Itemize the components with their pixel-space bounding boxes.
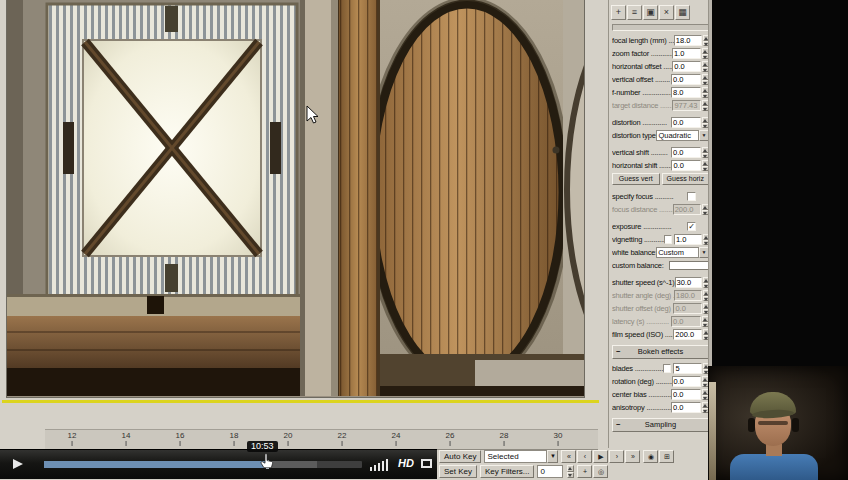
volume-bar	[382, 461, 384, 471]
rollout-header-bokeh-effects[interactable]: −Bokeh effects	[612, 345, 709, 359]
pin-stack-icon[interactable]: +	[611, 5, 626, 20]
configure-modifier-sets-icon[interactable]: ▦	[675, 5, 690, 20]
fullscreen-button[interactable]	[421, 459, 432, 468]
field-of-view-button[interactable]: ⊞	[659, 450, 674, 463]
command-panel: +≡▣×▦ focal length (mm) ......18.0zoom f…	[608, 0, 712, 448]
pan-view-button[interactable]: +	[577, 465, 592, 478]
value-field[interactable]: 1.0	[674, 234, 702, 245]
value-field[interactable]: 1.0	[672, 48, 701, 59]
value-field[interactable]: 0.0	[671, 74, 701, 85]
value-field[interactable]: 30.0	[675, 277, 702, 288]
timeline-ruler[interactable]: 12141618202224262830	[45, 429, 598, 450]
value-field[interactable]: 200.0	[673, 329, 701, 340]
param-label: film speed (ISO) .......	[612, 330, 673, 339]
chevron-down-icon[interactable]: ▼	[547, 450, 558, 463]
play-animation-button[interactable]: ▶	[593, 450, 608, 463]
color-swatch[interactable]	[669, 261, 709, 270]
presenter-glasses	[758, 421, 788, 425]
tick-label: 22	[338, 431, 347, 440]
volume-icon[interactable]	[370, 458, 388, 471]
tick-mark	[504, 441, 505, 446]
go-to-end-button[interactable]: »	[625, 450, 640, 463]
value-field[interactable]: 0.0	[672, 376, 702, 387]
param-label: shutter offset (deg) ...	[612, 304, 673, 313]
guess-vert-button[interactable]: Guess vert	[612, 173, 660, 185]
value-field[interactable]: 0.0	[672, 61, 701, 72]
doorlight	[709, 382, 716, 480]
dropdown-value: Custom	[656, 247, 699, 258]
volume-bar	[370, 467, 372, 471]
dropdown-distortion-type[interactable]: Quadratic▼	[656, 130, 709, 141]
param-row-horizontal-offset: horizontal offset ......0.0	[610, 60, 711, 73]
dropdown-white-balance[interactable]: Custom▼	[656, 247, 709, 258]
zoom-extents-button[interactable]: ◉	[643, 450, 658, 463]
hd-toggle[interactable]: HD	[398, 457, 414, 469]
value-field[interactable]: 0.0	[671, 316, 701, 327]
checkbox[interactable]	[687, 192, 696, 201]
value-field[interactable]: 18.0	[674, 35, 702, 46]
video-frame: 12141618202224262830 Auto Key Selected ▼…	[0, 0, 848, 480]
timeline-tick: 22	[338, 431, 347, 446]
spinner-down-icon[interactable]	[567, 472, 574, 479]
3d-viewport[interactable]	[6, 0, 585, 398]
tick-label: 26	[446, 431, 455, 440]
current-frame-field[interactable]: 0	[537, 465, 563, 478]
checkbox[interactable]	[664, 235, 672, 244]
seek-bar[interactable]	[44, 461, 362, 468]
param-label: blades .................	[612, 364, 663, 373]
timeline-tick: 14	[122, 431, 131, 446]
param-label: focal length (mm) ......	[612, 36, 674, 45]
value-field[interactable]: 0.0	[671, 117, 701, 128]
progress-bar	[44, 461, 267, 468]
checkbox[interactable]: ✓	[687, 222, 696, 231]
active-viewport-border	[2, 400, 599, 403]
value-field[interactable]: 0.0	[673, 303, 701, 314]
go-to-start-button[interactable]: «	[561, 450, 576, 463]
tick-mark	[234, 441, 235, 446]
checkbox[interactable]	[663, 364, 672, 373]
rollout-header-sampling[interactable]: −Sampling	[612, 418, 709, 432]
orbit-view-button[interactable]: ◎	[593, 465, 608, 478]
param-row-distortion: distortion .............0.0	[610, 116, 711, 129]
mouse-cursor-hand	[259, 453, 274, 470]
auto-key-button[interactable]: Auto Key	[439, 450, 481, 463]
value-field[interactable]: 200.0	[673, 204, 702, 215]
viewport-nav-icons-row2: +◎	[577, 465, 608, 478]
param-row-shutter-angle-deg: shutter angle (deg) ....180.0	[610, 289, 711, 302]
dropdown-value: Selected	[484, 450, 547, 463]
remove-modifier-icon[interactable]: ×	[659, 5, 674, 20]
tick-mark	[558, 441, 559, 446]
rollout-title: Bokeh effects	[638, 347, 683, 356]
value-field[interactable]: 977.43	[672, 100, 701, 111]
param-row-custom-balance: custom balance:	[610, 259, 711, 272]
modifier-stack-strip[interactable]	[612, 24, 709, 31]
set-key-filter-dropdown[interactable]: Selected ▼	[484, 450, 558, 463]
tick-label: 12	[68, 431, 77, 440]
make-unique-icon[interactable]: ▣	[643, 5, 658, 20]
key-filters-button[interactable]: Key Filters...	[480, 465, 534, 478]
viewport-render	[7, 0, 584, 396]
collapse-minus-icon: −	[616, 346, 620, 357]
frame-spinner[interactable]	[567, 465, 574, 478]
playback-transport: «‹▶›»	[561, 450, 640, 463]
next-frame-button[interactable]: ›	[609, 450, 624, 463]
param-label: specify focus ..........	[612, 192, 687, 201]
show-end-result-icon[interactable]: ≡	[627, 5, 642, 20]
value-field[interactable]: 0.0	[671, 160, 701, 171]
value-field[interactable]: 8.0	[671, 87, 701, 98]
previous-frame-button[interactable]: ‹	[577, 450, 592, 463]
value-field[interactable]: 0.0	[671, 402, 701, 413]
play-button[interactable]	[13, 459, 23, 469]
guess-horiz-button[interactable]: Guess horiz	[662, 173, 710, 185]
timeline-tick: 24	[392, 431, 401, 446]
tick-label: 20	[284, 431, 293, 440]
value-field[interactable]: 0.0	[671, 389, 701, 400]
value-field[interactable]: 5	[673, 363, 701, 374]
value-field[interactable]: 0.0	[671, 147, 701, 158]
value-field[interactable]: 180.0	[674, 290, 702, 301]
set-key-button[interactable]: Set Key	[439, 465, 477, 478]
param-row-vertical-offset: vertical offset ........0.0	[610, 73, 711, 86]
param-label: distortion type:	[612, 131, 656, 140]
param-row-film-speed-iso: film speed (ISO) .......200.0	[610, 328, 711, 341]
param-label: f-number ...............	[612, 88, 671, 97]
